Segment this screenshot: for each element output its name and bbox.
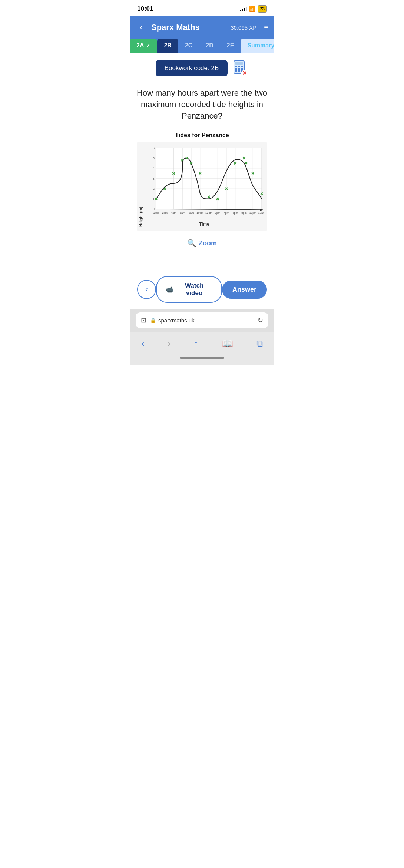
xp-display: 30,095 XP [231,24,256,31]
tab-summary[interactable]: Summary [241,39,274,53]
check-icon: ✓ [146,43,150,49]
svg-rect-9 [238,70,240,72]
bar2 [242,9,243,11]
app-title: Sparx Maths [151,23,226,32]
bottom-nav: ‹ › ↑ 📖 ⧉ [130,332,274,354]
svg-text:12am: 12am [153,211,160,215]
svg-text:6pm: 6pm [232,211,238,215]
nav-back-button[interactable]: ‹ [137,337,149,350]
nav-share-button[interactable]: ↑ [190,337,203,350]
tab-2a[interactable]: 2A ✓ [130,39,157,53]
x-axis-label: Time [145,222,264,227]
svg-rect-6 [238,68,240,70]
tab-2c-label: 2C [185,42,192,49]
svg-text:6: 6 [153,146,155,150]
home-indicator [130,354,274,365]
svg-rect-3 [238,66,240,67]
svg-text:8pm: 8pm [241,211,247,215]
tab-2b[interactable]: 2B [157,39,178,53]
svg-text:6am: 6am [180,211,185,215]
nav-bookmarks-button[interactable]: 📖 [218,337,238,350]
chart-wrapper: Height (m) 0 1 [139,146,264,227]
chart-svg: 0 1 2 3 4 [145,146,264,220]
svg-text:0: 0 [153,207,155,211]
tab-2a-label: 2A [136,42,144,49]
watch-video-button[interactable]: 📹 Watch video [156,276,222,303]
question-text: How many hours apart were the two maximu… [136,87,268,122]
svg-text:8am: 8am [189,211,194,215]
watch-video-label: Watch video [176,282,212,297]
tab-2d-label: 2D [206,42,213,49]
back-nav-button[interactable]: ‹ [137,280,156,299]
zoom-icon: 🔍 [187,239,196,248]
svg-text:10pm: 10pm [249,211,256,215]
browser-tabs-icon: ⊡ [141,316,146,324]
svg-text:4am: 4am [171,211,176,215]
signal-bars-icon [240,6,247,11]
home-bar [180,357,224,359]
bar3 [244,8,245,11]
back-button[interactable]: ‹ [136,23,147,32]
svg-text:5: 5 [153,156,155,160]
tab-2e-label: 2E [227,42,234,49]
svg-text:4: 4 [153,166,155,170]
tabs-row: 2A ✓ 2B 2C 2D 2E Summary [130,39,274,53]
svg-text:2: 2 [153,187,155,191]
bar1 [240,10,241,11]
url-text: sparxmaths.uk [158,317,195,324]
svg-text:12am: 12am [258,211,264,215]
status-icons: 📶 73 [240,5,267,13]
action-bar: ‹ 📹 Watch video Answer [130,270,274,309]
status-bar: 10:01 📶 73 [130,0,274,16]
calculator-icon: ✕ [232,60,248,76]
tab-2d[interactable]: 2D [199,39,220,53]
answer-button[interactable]: Answer [222,281,267,299]
battery-badge: 73 [258,5,267,13]
browser-url: 🔒 sparxmaths.uk [150,317,254,324]
header: ‹ Sparx Maths 30,095 XP ≡ [130,16,274,39]
browser-bar-inner: ⊡ 🔒 sparxmaths.uk ↻ [136,312,268,328]
wifi-icon: 📶 [249,6,255,12]
svg-line-55 [156,209,262,210]
chart-title: Tides for Penzance [136,132,268,139]
tab-2e[interactable]: 2E [220,39,241,53]
svg-rect-5 [235,68,237,70]
status-time: 10:01 [137,5,153,13]
tab-2b-label: 2B [164,42,171,49]
calc-svg: ✕ [233,60,247,76]
lock-icon: 🔒 [150,318,156,323]
bookwork-code-badge: Bookwork code: 2B [156,60,228,76]
zoom-label: Zoom [199,239,217,247]
reload-button[interactable]: ↻ [258,316,263,324]
main-content: Bookwork code: 2B [130,53,274,270]
svg-text:2am: 2am [162,211,168,215]
nav-forward-button[interactable]: › [163,337,175,350]
menu-button[interactable]: ≡ [264,23,268,32]
svg-text:2pm: 2pm [215,211,221,215]
svg-text:10am: 10am [196,211,203,215]
svg-text:1: 1 [153,197,155,201]
y-axis-label: Height (m) [139,146,143,227]
svg-text:12pm: 12pm [205,211,212,215]
bookwork-row: Bookwork code: 2B [136,60,268,76]
svg-rect-1 [235,62,243,65]
svg-rect-2 [235,66,237,67]
svg-rect-4 [241,66,243,67]
zoom-button[interactable]: 🔍 Zoom [136,239,268,248]
svg-text:4pm: 4pm [224,211,229,215]
bar4 [246,7,247,11]
svg-text:3: 3 [153,177,155,180]
video-play-icon: 📹 [166,286,173,293]
svg-text:✕: ✕ [242,70,247,76]
chart-container: Height (m) 0 1 [137,142,267,231]
tab-2c[interactable]: 2C [178,39,199,53]
tab-summary-label: Summary [247,42,274,49]
browser-bar: ⊡ 🔒 sparxmaths.uk ↻ [130,309,274,332]
svg-rect-7 [241,68,243,70]
svg-rect-8 [235,70,237,72]
chart-inner: 0 1 2 3 4 [145,146,264,227]
nav-tabs-button[interactable]: ⧉ [252,337,267,350]
